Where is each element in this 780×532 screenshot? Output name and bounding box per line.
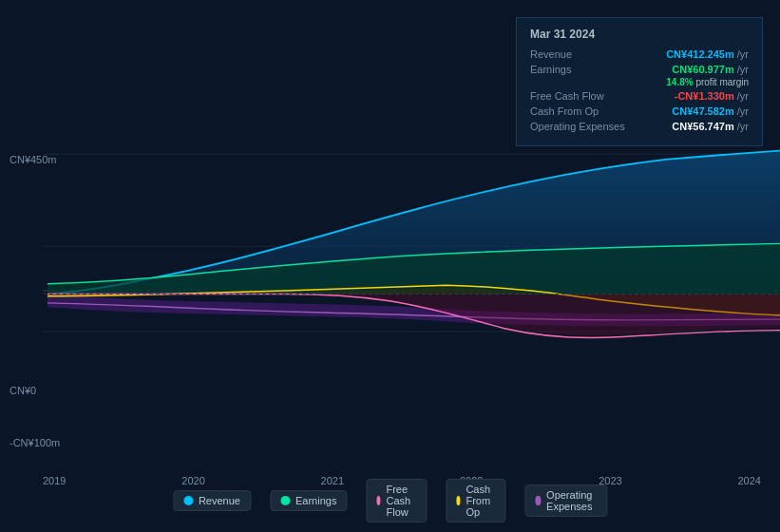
legend-dot-revenue	[183, 496, 193, 505]
tooltip-row-fcf: Free Cash Flow -CN¥1.330m /yr	[530, 90, 749, 102]
tooltip-label-revenue: Revenue	[530, 48, 635, 60]
legend-label-earnings: Earnings	[295, 495, 336, 506]
legend-item-opex[interactable]: Operating Expenses	[525, 484, 607, 517]
x-label-2024: 2024	[737, 475, 760, 486]
chart-svg	[0, 147, 780, 475]
legend-dot-opex	[536, 496, 541, 505]
legend-dot-fcf	[376, 496, 380, 505]
tooltip-value-fcf: -CN¥1.330m /yr	[675, 90, 749, 102]
legend-label-cashfromop: Cash From Op	[466, 484, 495, 518]
tooltip-row-revenue: Revenue CN¥412.245m /yr	[530, 48, 749, 60]
legend-item-earnings[interactable]: Earnings	[270, 490, 347, 511]
legend-label-fcf: Free Cash Flow	[386, 484, 416, 518]
tooltip-box: Mar 31 2024 Revenue CN¥412.245m /yr Earn…	[516, 17, 763, 146]
tooltip-label-fcf: Free Cash Flow	[530, 90, 635, 102]
legend-dot-cashfromop	[456, 496, 460, 505]
legend-label-revenue: Revenue	[199, 495, 240, 506]
legend-item-revenue[interactable]: Revenue	[173, 490, 251, 511]
legend-item-cashfromop[interactable]: Cash From Op	[446, 479, 506, 522]
tooltip-row-opex: Operating Expenses CN¥56.747m /yr	[530, 121, 749, 132]
legend-item-fcf[interactable]: Free Cash Flow	[366, 479, 427, 522]
tooltip-label-cashfromop: Cash From Op	[530, 105, 635, 117]
tooltip-profit-margin: 14.8% profit margin	[530, 77, 749, 87]
tooltip-label-opex: Operating Expenses	[530, 121, 635, 132]
tooltip-row-cashfromop: Cash From Op CN¥47.582m /yr	[530, 105, 749, 117]
tooltip-value-opex: CN¥56.747m /yr	[672, 121, 749, 132]
tooltip-row-earnings: Earnings CN¥60.977m /yr	[530, 64, 749, 75]
tooltip-label-earnings: Earnings	[530, 64, 635, 75]
tooltip-value-cashfromop: CN¥47.582m /yr	[672, 105, 749, 117]
chart-container: Mar 31 2024 Revenue CN¥412.245m /yr Earn…	[0, 0, 780, 532]
legend-dot-earnings	[280, 496, 290, 505]
legend-label-opex: Operating Expenses	[546, 489, 597, 512]
chart-legend: Revenue Earnings Free Cash Flow Cash Fro…	[173, 479, 607, 522]
x-label-2019: 2019	[43, 475, 66, 486]
tooltip-value-earnings: CN¥60.977m /yr	[672, 64, 749, 75]
tooltip-title: Mar 31 2024	[530, 28, 749, 41]
tooltip-value-revenue: CN¥412.245m /yr	[666, 48, 749, 60]
